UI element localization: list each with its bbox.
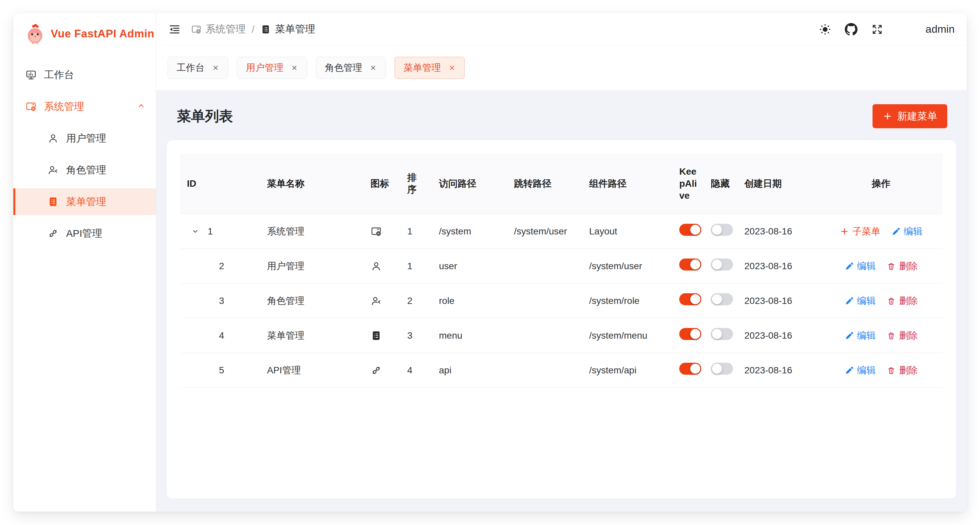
breadcrumb-item-system[interactable]: 系统管理 — [191, 22, 246, 36]
close-icon[interactable] — [369, 64, 377, 72]
keepalive-toggle[interactable] — [679, 293, 701, 305]
cell-created: 2023-08-16 — [738, 214, 819, 249]
sidebar-item-label: 系统管理 — [44, 100, 84, 113]
sidebar-item-label: API管理 — [66, 227, 102, 241]
cell-path: user — [432, 249, 508, 284]
new-menu-button[interactable]: 新建菜单 — [872, 104, 947, 128]
keepalive-toggle[interactable] — [679, 259, 701, 271]
theme-toggle-button[interactable] — [819, 23, 832, 36]
keepalive-toggle[interactable] — [679, 363, 701, 375]
hidden-toggle[interactable] — [711, 328, 733, 340]
app-logo[interactable]: Vue FastAPI Admin — [13, 13, 156, 52]
edit-link[interactable]: 编辑 — [891, 225, 923, 238]
cell-created: 2023-08-16 — [738, 284, 819, 318]
pencil-icon — [845, 262, 854, 271]
main-area: 系统管理 / 菜单管理 admin 工作台 — [156, 13, 967, 512]
pencil-icon — [845, 366, 854, 375]
tab-users[interactable]: 用户管理 — [237, 57, 307, 79]
col-icon: 图标 — [364, 154, 401, 214]
cell-order: 1 — [401, 249, 432, 284]
trash-icon — [886, 366, 896, 375]
github-button[interactable] — [845, 23, 858, 36]
cell-id: 2 — [187, 260, 224, 273]
cell-order: 4 — [401, 353, 432, 388]
tab-menus[interactable]: 菜单管理 — [395, 57, 465, 79]
user-icon — [371, 260, 394, 272]
breadcrumb-item-menus[interactable]: 菜单管理 — [260, 22, 315, 36]
col-actions: 操作 — [819, 154, 943, 214]
cell-name: API管理 — [260, 353, 364, 388]
system-icon — [371, 226, 394, 237]
sidebar-item-apis[interactable]: API管理 — [13, 220, 156, 247]
content-area: 菜单列表 新建菜单 ID 菜单名称 — [156, 90, 967, 512]
close-icon[interactable] — [212, 64, 219, 72]
table-header-row: ID 菜单名称 图标 排序 访问路径 跳转路径 组件路径 KeepAlive 隐… — [180, 154, 943, 214]
cell-component: /system/role — [582, 284, 673, 318]
sidebar-collapse-button[interactable] — [168, 23, 181, 36]
menu-icon — [260, 24, 271, 35]
menu-table: ID 菜单名称 图标 排序 访问路径 跳转路径 组件路径 KeepAlive 隐… — [180, 154, 943, 388]
sidebar-item-workbench[interactable]: 工作台 — [13, 61, 156, 88]
api-icon — [371, 365, 394, 376]
hidden-toggle[interactable] — [711, 363, 733, 375]
sidebar-item-menus[interactable]: 菜单管理 — [13, 188, 156, 215]
cell-component: /system/api — [582, 353, 673, 388]
workbench-icon — [25, 69, 37, 80]
delete-link[interactable]: 删除 — [886, 329, 918, 342]
chick-logo-icon — [25, 23, 45, 44]
sidebar-item-users[interactable]: 用户管理 — [13, 125, 156, 152]
edit-link[interactable]: 编辑 — [845, 364, 876, 377]
tab-workbench[interactable]: 工作台 — [167, 57, 228, 79]
sidebar-item-system[interactable]: 系统管理 — [13, 93, 156, 120]
col-redirect: 跳转路径 — [508, 154, 582, 214]
hidden-toggle[interactable] — [711, 293, 733, 305]
api-icon — [48, 228, 59, 239]
cell-path: api — [432, 353, 508, 388]
breadcrumb-separator: / — [252, 24, 255, 35]
close-icon[interactable] — [448, 64, 456, 72]
delete-link[interactable]: 删除 — [886, 260, 918, 273]
cell-name: 角色管理 — [260, 284, 364, 318]
row-expand-toggle[interactable] — [191, 227, 200, 236]
role-icon — [371, 295, 394, 306]
trash-icon — [886, 331, 896, 340]
cell-order: 1 — [401, 214, 432, 249]
table-card: ID 菜单名称 图标 排序 访问路径 跳转路径 组件路径 KeepAlive 隐… — [167, 140, 956, 498]
cell-order: 2 — [401, 284, 432, 318]
avatar[interactable] — [897, 20, 916, 39]
delete-link[interactable]: 删除 — [886, 364, 918, 377]
table-row: 3 角色管理 2 role /system/role 2023-08-16 编 — [180, 284, 943, 318]
close-icon[interactable] — [291, 64, 298, 72]
topbar-actions: admin — [819, 20, 955, 39]
sidebar-item-label: 用户管理 — [66, 132, 106, 145]
delete-link[interactable]: 删除 — [886, 295, 918, 307]
edit-link[interactable]: 编辑 — [845, 329, 876, 342]
col-hidden: 隐藏 — [704, 154, 738, 214]
page-title: 菜单列表 — [177, 107, 233, 126]
keepalive-toggle[interactable] — [679, 224, 701, 236]
hidden-toggle[interactable] — [711, 259, 733, 271]
tab-roles[interactable]: 角色管理 — [316, 57, 386, 79]
add-submenu-link[interactable]: 子菜单 — [840, 225, 881, 238]
hidden-toggle[interactable] — [711, 224, 733, 236]
cell-redirect: /system/user — [508, 214, 582, 249]
pencil-icon — [891, 227, 900, 236]
sun-icon — [819, 23, 832, 36]
keepalive-toggle[interactable] — [679, 328, 701, 340]
plus-icon — [883, 111, 892, 121]
sidebar-menu: 工作台 系统管理 用户管理 角色管理 菜单管理 API — [13, 52, 156, 247]
edit-link[interactable]: 编辑 — [845, 260, 876, 273]
cell-redirect — [508, 353, 582, 388]
menu-icon — [371, 330, 394, 341]
cell-created: 2023-08-16 — [738, 318, 819, 353]
topbar: 系统管理 / 菜单管理 admin — [156, 13, 967, 45]
sidebar-item-roles[interactable]: 角色管理 — [13, 156, 156, 184]
username[interactable]: admin — [926, 23, 955, 35]
chevron-up-icon — [137, 101, 146, 113]
edit-link[interactable]: 编辑 — [845, 295, 876, 307]
sidebar-item-label: 工作台 — [44, 68, 74, 82]
fullscreen-button[interactable] — [871, 23, 883, 36]
pencil-icon — [845, 331, 854, 340]
cell-component: Layout — [582, 214, 673, 249]
cell-redirect — [508, 318, 582, 353]
